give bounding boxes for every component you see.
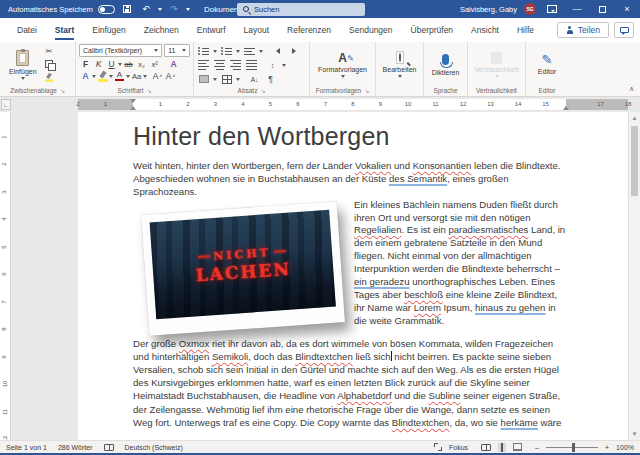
- save-button[interactable]: [120, 2, 134, 16]
- dictate-button[interactable]: Diktieren: [426, 44, 466, 85]
- scroll-up-icon[interactable]: ▲: [629, 112, 640, 124]
- zoom-slider-thumb[interactable]: [572, 443, 575, 452]
- underline-button[interactable]: U: [105, 58, 118, 70]
- quick-access-dropdown-icon[interactable]: [186, 8, 190, 11]
- language-status[interactable]: Deutsch (Schweiz): [125, 444, 183, 451]
- line-spacing-dropdown-icon[interactable]: [282, 64, 286, 67]
- avatar[interactable]: SG: [524, 3, 536, 15]
- embedded-photo[interactable]: NICHT LACHEN: [141, 201, 345, 335]
- zoom-out-button[interactable]: –: [535, 444, 539, 451]
- justify-button[interactable]: [245, 59, 258, 71]
- font-color-button[interactable]: A: [113, 70, 126, 82]
- ribbon-display-options-button[interactable]: [543, 0, 561, 18]
- vertical-scrollbar[interactable]: ▲ ▼: [628, 112, 640, 440]
- minimize-button[interactable]: —: [568, 0, 586, 18]
- multilevel-dropdown-icon[interactable]: [259, 50, 263, 53]
- paragraph-dialog-launcher[interactable]: ↘: [260, 87, 265, 94]
- print-layout-icon[interactable]: [498, 443, 506, 452]
- bullets-dropdown-icon[interactable]: [213, 50, 217, 53]
- increase-indent-button[interactable]: [287, 45, 300, 57]
- align-center-button[interactable]: [213, 59, 226, 71]
- numbering-dropdown-icon[interactable]: [236, 50, 240, 53]
- autosave-toggle[interactable]: [98, 5, 115, 14]
- borders-dropdown-icon[interactable]: [236, 78, 240, 81]
- redo-button[interactable]: ↷: [167, 2, 181, 16]
- collapse-ribbon-button[interactable]: ∧: [629, 85, 634, 93]
- cut-button[interactable]: ✂: [43, 45, 56, 57]
- body-paragraph[interactable]: Der große Oxmox riet ihr davon ab, da es…: [133, 337, 566, 429]
- font-size-combobox[interactable]: 11: [164, 44, 190, 57]
- tab-start[interactable]: Start: [46, 18, 83, 42]
- user-name[interactable]: Salvisberg, Gaby: [460, 5, 517, 14]
- horizontal-ruler[interactable]: 211234567891011121314151718: [78, 99, 628, 110]
- change-case-button[interactable]: Aa: [130, 70, 143, 82]
- styles-button[interactable]: A✎ Formatvorlagen: [312, 44, 373, 85]
- tab-layout[interactable]: Layout: [235, 18, 279, 42]
- tab-ansicht[interactable]: Ansicht: [462, 18, 508, 42]
- tab-zeichnen[interactable]: Zeichnen: [135, 18, 188, 42]
- tab-referenzen[interactable]: Referenzen: [278, 18, 340, 42]
- italic-button[interactable]: K: [92, 58, 105, 70]
- intro-paragraph[interactable]: Weit hinten, hinter den Wortbergen, fern…: [133, 159, 566, 199]
- proofing-icon[interactable]: [104, 444, 114, 451]
- undo-button[interactable]: ↶: [139, 2, 153, 16]
- numbering-button[interactable]: [220, 45, 233, 57]
- bullets-button[interactable]: [197, 45, 210, 57]
- paste-button[interactable]: Einfügen: [3, 44, 43, 85]
- strikethrough-button[interactable]: ab: [122, 58, 135, 70]
- word-count[interactable]: 286 Wörter: [58, 444, 93, 451]
- editing-button[interactable]: Bearbeiten: [377, 44, 423, 85]
- sort-button[interactable]: A↓: [248, 73, 261, 85]
- sensitivity-button[interactable]: Vertraulichkeit: [469, 44, 525, 85]
- maximize-button[interactable]: [593, 0, 611, 18]
- styles-dialog-launcher[interactable]: ↘: [364, 87, 369, 94]
- hanging-indent-marker[interactable]: [130, 106, 136, 110]
- superscript-button[interactable]: x²: [148, 58, 161, 70]
- page-count[interactable]: Seite 1 von 1: [6, 444, 47, 451]
- multilevel-list-button[interactable]: [243, 45, 256, 57]
- search-input[interactable]: Suchen: [237, 3, 365, 16]
- tab-einfuegen[interactable]: Einfügen: [83, 18, 135, 42]
- format-painter-button[interactable]: [43, 71, 56, 83]
- align-right-button[interactable]: [229, 59, 242, 71]
- shrink-font-button[interactable]: A˅: [164, 70, 177, 82]
- clipboard-dialog-launcher[interactable]: ↘: [60, 87, 65, 94]
- copy-button[interactable]: [43, 58, 56, 70]
- close-button[interactable]: ×: [618, 0, 636, 18]
- shading-dropdown-icon[interactable]: [213, 78, 217, 81]
- scroll-down-icon[interactable]: ▼: [629, 428, 640, 440]
- zoom-slider[interactable]: [546, 447, 598, 448]
- comments-button[interactable]: [614, 22, 634, 38]
- show-paragraph-marks-button[interactable]: ¶: [264, 73, 277, 85]
- borders-button[interactable]: [220, 73, 233, 85]
- first-line-indent-marker[interactable]: [130, 99, 136, 103]
- read-mode-icon[interactable]: [481, 444, 491, 451]
- tab-hilfe[interactable]: Hilfe: [508, 18, 543, 42]
- tab-sendungen[interactable]: Sendungen: [340, 18, 402, 42]
- scrollbar-thumb[interactable]: [631, 126, 638, 196]
- line-spacing-button[interactable]: ↕: [266, 59, 279, 71]
- bold-button[interactable]: F: [79, 58, 92, 70]
- editor-button[interactable]: ✎ Editor: [532, 44, 562, 85]
- decrease-indent-button[interactable]: [271, 45, 284, 57]
- undo-dropdown-icon[interactable]: [158, 8, 162, 11]
- change-case-dropdown-icon[interactable]: [143, 75, 147, 78]
- zoom-level[interactable]: 100%: [616, 444, 634, 451]
- text-effects-button[interactable]: A: [79, 70, 92, 82]
- align-left-button[interactable]: [197, 59, 210, 71]
- tab-ueberpruefen[interactable]: Überprüfen: [402, 18, 463, 42]
- font-dialog-launcher[interactable]: ↘: [146, 87, 151, 94]
- focus-icon[interactable]: [434, 443, 442, 451]
- zoom-in-button[interactable]: +: [605, 444, 609, 451]
- right-indent-marker[interactable]: [563, 106, 569, 110]
- vertical-ruler[interactable]: 123456789101112: [0, 112, 11, 440]
- share-button[interactable]: Teilen: [557, 22, 609, 38]
- document-heading[interactable]: Hinter den Wortbergen: [133, 122, 566, 151]
- document-page[interactable]: Hinter den Wortbergen Weit hinten, hinte…: [78, 112, 628, 440]
- tab-datei[interactable]: Datei: [8, 18, 46, 42]
- subscript-button[interactable]: x₂: [135, 58, 148, 70]
- clear-formatting-button[interactable]: A: [167, 58, 180, 70]
- highlight-button[interactable]: [96, 70, 109, 82]
- grow-font-button[interactable]: A˄: [151, 70, 164, 82]
- focus-label[interactable]: Fokus: [449, 444, 468, 451]
